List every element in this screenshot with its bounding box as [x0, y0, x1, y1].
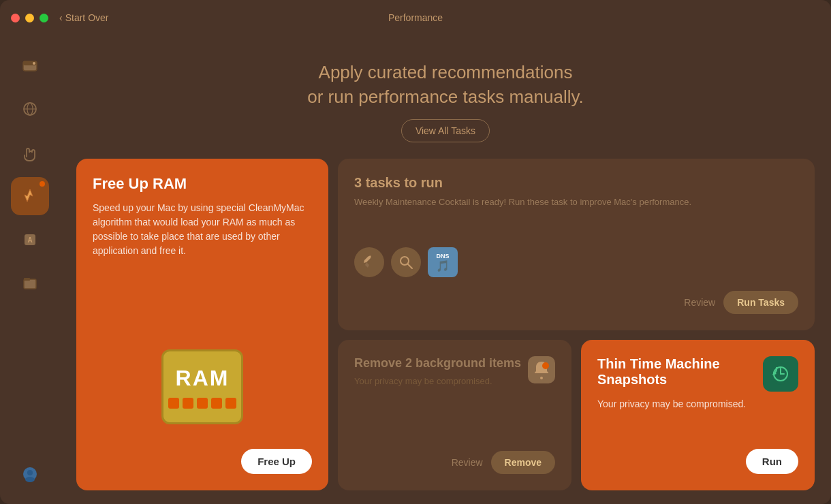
back-button[interactable]: ‹ Start Over: [59, 12, 108, 23]
time-machine-description: Your privacy may be compromised.: [597, 398, 798, 441]
sidebar-item-globe[interactable]: [11, 90, 49, 128]
app-window: ‹ Start Over Performance: [0, 0, 831, 504]
card-time-machine: Thin Time Machine Snapshots: [581, 340, 815, 490]
card-free-ram-description: Speed up your Mac by using special Clean…: [93, 201, 312, 333]
svg-point-13: [25, 477, 35, 482]
sidebar: A: [0, 35, 60, 504]
task-icons: DNS 🎵: [354, 247, 798, 277]
close-button[interactable]: [11, 14, 20, 22]
card-tasks-description: Weekly Maintenance Cocktail is ready! Ru…: [354, 196, 798, 240]
time-machine-app-icon: [768, 362, 793, 386]
time-machine-header: Thin Time Machine Snapshots: [597, 356, 798, 392]
remove-button[interactable]: Remove: [491, 451, 555, 474]
user-icon: [20, 464, 40, 484]
ram-bar-2: [183, 398, 193, 409]
ram-bar-5: [225, 398, 236, 409]
svg-rect-9: [24, 279, 36, 289]
card-bg-description: Your privacy may be compromised.: [354, 376, 555, 443]
card-free-ram-title: Free Up RAM: [93, 175, 312, 193]
ram-label: RAM: [176, 366, 230, 391]
svg-point-17: [540, 377, 543, 379]
minimize-button[interactable]: [25, 14, 34, 22]
card-tasks-actions: Review Run Tasks: [354, 291, 798, 314]
bell-icon: [528, 356, 555, 383]
header-title: Apply curated recommendations or run per…: [76, 60, 815, 110]
titlebar: ‹ Start Over Performance: [0, 0, 831, 35]
dns-badge: DNS 🎵: [428, 247, 458, 277]
bg-review-button[interactable]: Review: [452, 457, 483, 468]
svg-rect-10: [24, 278, 30, 281]
time-machine-title: Thin Time Machine Snapshots: [597, 356, 763, 388]
window-title: Performance: [388, 12, 443, 23]
maximize-button[interactable]: [40, 14, 48, 22]
view-all-tasks-button[interactable]: View All Tasks: [401, 119, 490, 142]
files-icon: [20, 274, 40, 293]
header-line2: or run performance tasks manually.: [307, 86, 584, 107]
svg-marker-6: [25, 189, 33, 202]
run-tasks-button[interactable]: Run Tasks: [723, 291, 798, 314]
header-line1: Apply curated recommendations: [319, 62, 573, 82]
task-icon-search: [391, 247, 421, 277]
main-content: Apply curated recommendations or run per…: [60, 35, 831, 504]
free-up-button[interactable]: Free Up: [241, 449, 312, 474]
globe-icon: [20, 99, 40, 119]
sidebar-item-updater[interactable]: A: [11, 221, 49, 259]
chevron-left-icon: ‹: [59, 12, 63, 23]
svg-text:A: A: [27, 236, 32, 244]
hand-icon: [20, 143, 40, 162]
ram-bar-4: [211, 398, 222, 409]
run-button[interactable]: Run: [746, 449, 798, 474]
task-icon-wrench: [354, 247, 384, 277]
card-bg-items: Remove 2 background items Your privacy m…: [338, 340, 571, 490]
sidebar-item-disk[interactable]: [11, 46, 49, 84]
disk-icon: [20, 56, 40, 75]
dns-label: DNS: [436, 253, 449, 259]
sidebar-item-performance[interactable]: [11, 177, 49, 215]
card-bg-actions: Review Remove: [354, 451, 555, 474]
traffic-lights: [11, 14, 48, 22]
search-icon: [398, 254, 414, 270]
sidebar-item-privacy[interactable]: [11, 133, 49, 172]
card-tasks-title: 3 tasks to run: [354, 175, 798, 191]
time-machine-icon: [763, 356, 798, 392]
svg-point-2: [33, 62, 35, 65]
svg-point-14: [401, 257, 409, 265]
svg-point-12: [27, 470, 33, 475]
card-bg-title: Remove 2 background items: [354, 356, 522, 371]
updater-icon: A: [20, 230, 40, 249]
ram-bars: [168, 398, 236, 409]
wrench-icon: [361, 254, 377, 270]
ram-icon: RAM: [161, 349, 243, 424]
svg-point-18: [542, 362, 549, 369]
card-free-ram-actions: Free Up: [93, 449, 312, 474]
ram-icon-container: RAM: [93, 349, 312, 424]
ram-bar-3: [197, 398, 208, 409]
card-free-ram: Free Up RAM Speed up your Mac by using s…: [76, 159, 328, 490]
svg-line-15: [408, 264, 412, 268]
sidebar-item-user[interactable]: [11, 455, 49, 493]
sidebar-item-files[interactable]: [11, 264, 49, 302]
header-section: Apply curated recommendations or run per…: [76, 49, 815, 148]
back-label: Start Over: [65, 12, 109, 23]
tasks-review-button[interactable]: Review: [684, 297, 715, 308]
card-tasks: 3 tasks to run Weekly Maintenance Cockta…: [338, 159, 815, 331]
ram-bar-1: [168, 398, 179, 409]
notification-dot: [40, 181, 45, 187]
bell-icon-wrapper: [528, 356, 555, 386]
bottom-right-cards: Remove 2 background items Your privacy m…: [338, 340, 815, 490]
cards-grid: Free Up RAM Speed up your Mac by using s…: [76, 159, 815, 490]
dns-icon: 🎵: [436, 259, 450, 272]
performance-icon: [20, 187, 40, 206]
time-machine-actions: Run: [597, 449, 798, 474]
